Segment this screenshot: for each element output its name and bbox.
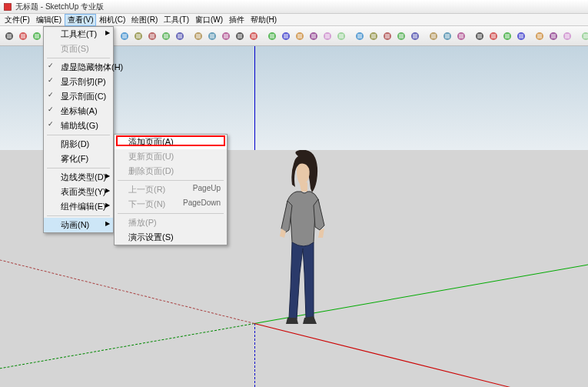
svg-rect-50: [357, 34, 362, 38]
animation-submenu-item-4: 上一页(R)PageUp: [115, 182, 227, 197]
xray-tool[interactable]: [455, 28, 467, 44]
view-menu-item-12[interactable]: 边线类型(D)▶: [44, 170, 113, 185]
animation-submenu-item-0[interactable]: 添加页面(A): [115, 135, 227, 149]
view-menu-item-4[interactable]: ✓显示剖切(P): [44, 75, 113, 89]
text-icon: [487, 30, 500, 42]
scale-tool[interactable]: [174, 28, 186, 44]
line-tool[interactable]: [17, 28, 29, 44]
submenu-item-label: 播放(P): [128, 217, 157, 229]
select-arrow-icon: [3, 30, 15, 42]
view-menu-item-14[interactable]: 组件编辑(E)▶: [44, 199, 113, 214]
submenu-item-label: 添加页面(A): [128, 136, 174, 148]
menu-5[interactable]: 工具(T): [161, 14, 192, 26]
view-menu-item-3[interactable]: ✓虚显隐藏物体(H): [44, 60, 113, 75]
menu-item-label: 辅助线(G): [61, 121, 98, 130]
submenu-arrow-icon: ▶: [105, 29, 110, 36]
submenu-item-label: 下一页(N): [128, 199, 165, 210]
look-tool[interactable]: [547, 28, 560, 44]
dimension-tool[interactable]: [473, 28, 486, 44]
select-arrow-tool[interactable]: [3, 28, 15, 44]
svg-rect-48: [339, 34, 344, 38]
fog-tool[interactable]: [441, 28, 453, 44]
orbit-tool[interactable]: [192, 28, 204, 44]
view-menu-item-7[interactable]: ✓辅助线(G): [44, 118, 113, 133]
shadows-tool[interactable]: [427, 28, 440, 44]
svg-rect-38: [270, 34, 274, 38]
shortcut-label: PageUp: [193, 184, 221, 195]
svg-rect-58: [413, 34, 417, 38]
view-menu-item-6[interactable]: ✓坐标轴(A): [44, 104, 113, 118]
xray-icon: [455, 30, 467, 42]
check-icon: ✓: [48, 91, 54, 98]
menu-8[interactable]: 帮助(H): [247, 14, 280, 26]
menu-item-label: 动画(N): [61, 220, 89, 229]
svg-rect-70: [505, 34, 510, 38]
materials-tool[interactable]: [395, 28, 407, 44]
top-icon: [280, 30, 292, 42]
left-tool[interactable]: [335, 28, 347, 44]
text-tool[interactable]: [487, 28, 500, 44]
view-menu-item-10[interactable]: 雾化(F): [44, 152, 113, 166]
svg-rect-60: [431, 34, 436, 38]
offset-tool[interactable]: [160, 28, 172, 44]
right-icon: [307, 30, 320, 42]
animation-submenu: 添加页面(A)更新页面(U)删除页面(D)上一页(R)PageUp下一页(N)P…: [114, 134, 228, 245]
view-menu-item-9[interactable]: 阴影(D): [44, 137, 113, 152]
submenu-arrow-icon: ▶: [105, 172, 110, 179]
walk-tool[interactable]: [533, 28, 546, 44]
zoom-extents-tool[interactable]: [234, 28, 246, 44]
svg-rect-42: [297, 34, 302, 38]
front-tool[interactable]: [294, 28, 306, 44]
menu-3[interactable]: 相机(C): [96, 14, 128, 26]
zoom-window-tool[interactable]: [247, 28, 260, 44]
back-tool[interactable]: [321, 28, 334, 44]
menu-separator: [47, 58, 110, 58]
zoom-tool[interactable]: [220, 28, 232, 44]
shadows-icon: [427, 30, 440, 42]
check-icon: ✓: [48, 105, 54, 113]
plugin1-tool[interactable]: [580, 28, 588, 44]
components-tool[interactable]: [381, 28, 394, 44]
submenu-separator: [118, 180, 224, 181]
styles-tool[interactable]: [409, 28, 421, 44]
svg-rect-0: [5, 3, 12, 10]
view-menu-item-16[interactable]: 动画(N)▶: [44, 218, 113, 232]
scale-icon: [174, 30, 186, 42]
rotate-icon: [146, 30, 158, 42]
menu-0[interactable]: 文件(F): [2, 14, 33, 26]
pan-icon: [206, 30, 218, 42]
fog-icon: [441, 30, 453, 42]
move-tool[interactable]: [132, 28, 145, 44]
svg-rect-30: [210, 34, 214, 38]
view-menu-item-0[interactable]: 工具栏(T)▶: [44, 27, 113, 42]
pan-tool[interactable]: [206, 28, 218, 44]
submenu-item-label: 更新页面(U): [128, 151, 174, 162]
top-tool[interactable]: [280, 28, 292, 44]
animation-submenu-item-8[interactable]: 演示设置(S): [115, 230, 227, 245]
titlebar: 无标题 - SketchUp 专业版: [0, 0, 588, 14]
svg-rect-68: [491, 34, 496, 38]
check-icon: ✓: [48, 76, 54, 84]
svg-rect-40: [284, 34, 288, 38]
back-icon: [321, 30, 334, 42]
section-tool[interactable]: [501, 28, 513, 44]
menu-2[interactable]: 查看(V): [65, 14, 96, 26]
rotate-tool[interactable]: [146, 28, 158, 44]
svg-rect-44: [311, 34, 316, 38]
view-menu-item-13[interactable]: 表面类型(Y)▶: [44, 185, 113, 199]
menu-1[interactable]: 编辑(E): [33, 14, 65, 26]
push-pull-tool[interactable]: [118, 28, 131, 44]
layers-tool[interactable]: [354, 28, 366, 44]
view-menu-item-5[interactable]: ✓显示剖面(C): [44, 89, 113, 104]
outliner-tool[interactable]: [367, 28, 380, 44]
rectangle-tool[interactable]: [31, 28, 43, 44]
right-tool[interactable]: [307, 28, 320, 44]
iso-tool[interactable]: [266, 28, 278, 44]
position-tool[interactable]: [561, 28, 573, 44]
view-menu-dropdown: 工具栏(T)▶页面(S)✓虚显隐藏物体(H)✓显示剖切(P)✓显示剖面(C)✓坐…: [43, 26, 114, 233]
svg-rect-74: [537, 34, 542, 38]
menu-7[interactable]: 插件: [226, 14, 247, 26]
axes-tool[interactable]: [515, 28, 527, 44]
menu-6[interactable]: 窗口(W): [192, 14, 226, 26]
menu-4[interactable]: 绘图(R): [128, 14, 161, 26]
